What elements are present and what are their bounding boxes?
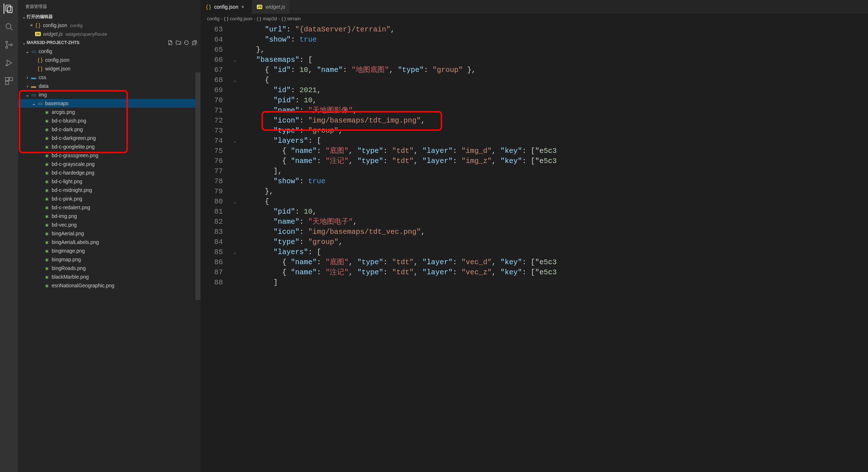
- tree-file[interactable]: { }widget.json: [18, 64, 200, 73]
- open-editor-name: widget.js: [43, 31, 62, 37]
- tree-folder[interactable]: ›▬data: [18, 82, 200, 90]
- tree-file[interactable]: ▣blackMarble.png: [18, 273, 200, 281]
- tree-file[interactable]: ▣bingAerial.png: [18, 229, 200, 238]
- svg-marker-7: [7, 60, 12, 65]
- explorer-icon[interactable]: [4, 4, 14, 14]
- tree-file[interactable]: ▣bd-c-grassgreen.png: [18, 151, 200, 160]
- tree-file[interactable]: ▣bd-c-hardedge.png: [18, 168, 200, 177]
- breadcrumb-item[interactable]: map3d: [263, 16, 277, 21]
- tree-label: bd-img.png: [52, 213, 77, 219]
- tree-file[interactable]: ▣bd-c-redalert.png: [18, 203, 200, 212]
- tree-label: bd-c-grayscale.png: [52, 161, 95, 167]
- breadcrumb-item[interactable]: config.json: [230, 16, 252, 21]
- tree-file[interactable]: ▣bd-c-midnight.png: [18, 186, 200, 194]
- code-area[interactable]: 6364656667686970717273747576777879808182…: [200, 23, 868, 472]
- svg-point-2: [6, 23, 11, 29]
- svg-point-8: [5, 64, 7, 66]
- breadcrumb-item[interactable]: config: [207, 16, 220, 21]
- file-icon: ▣: [43, 197, 50, 201]
- fold-icon: [231, 65, 239, 75]
- fold-icon: [231, 95, 239, 106]
- tree-file[interactable]: ▣arcgis.png: [18, 108, 200, 116]
- tree-folder[interactable]: ⌄▭img: [18, 90, 200, 99]
- file-icon: ▣: [43, 119, 50, 123]
- tree-label: css: [39, 74, 46, 80]
- editor-tab[interactable]: JSwidget.js: [252, 0, 290, 14]
- tree-folder[interactable]: ⌄▭basemaps: [18, 99, 200, 108]
- svg-point-5: [6, 47, 8, 48]
- tree-label: widget.json: [45, 66, 70, 72]
- line-numbers: 6364656667686970717273747576777879808182…: [200, 23, 231, 472]
- file-icon: { }: [206, 4, 211, 10]
- fold-icon[interactable]: ⌄: [231, 55, 239, 65]
- twisty-icon: ⌄: [25, 48, 30, 54]
- editor-area: { }config.json×JSwidget.js config›{ } co…: [200, 0, 868, 472]
- file-icon: ▣: [43, 223, 50, 227]
- new-file-icon[interactable]: [167, 39, 174, 46]
- fold-icon[interactable]: ⌄: [231, 197, 239, 207]
- editor-tab[interactable]: { }config.json×: [200, 0, 252, 14]
- scrollbar-thumb[interactable]: [195, 72, 200, 300]
- braces-icon: { }: [281, 16, 286, 21]
- open-editor-item[interactable]: ×{ }config.jsonconfig: [18, 21, 200, 30]
- fold-icon[interactable]: ⌄: [231, 247, 239, 257]
- close-icon[interactable]: ×: [241, 4, 246, 10]
- breadcrumb-item[interactable]: terrain: [288, 16, 301, 21]
- code-content[interactable]: "url": "{dataServer}/terrain", "show": t…: [239, 23, 868, 472]
- file-icon: ▣: [43, 162, 50, 166]
- svg-point-4: [6, 41, 8, 43]
- collapse-all-icon[interactable]: [191, 39, 198, 46]
- close-icon[interactable]: ×: [28, 22, 35, 28]
- tree-folder[interactable]: ›▬css: [18, 73, 200, 82]
- tree-file[interactable]: ▣bingmap.png: [18, 255, 200, 264]
- fold-icon[interactable]: ⌄: [231, 136, 239, 146]
- file-icon: ▣: [43, 214, 50, 218]
- fold-icon: [231, 267, 239, 278]
- breadcrumb[interactable]: config›{ } config.json›{ } map3d›{ } ter…: [200, 14, 868, 23]
- source-control-icon[interactable]: [4, 40, 14, 50]
- tree-file[interactable]: ▣bingimage.png: [18, 246, 200, 255]
- svg-rect-11: [5, 81, 9, 85]
- tree-file[interactable]: ▣bd-c-dark.png: [18, 125, 200, 134]
- file-tree[interactable]: ⌄▭config{ }config.json{ }widget.json›▬cs…: [18, 47, 200, 472]
- new-folder-icon[interactable]: [175, 39, 182, 46]
- svg-rect-9: [5, 77, 9, 81]
- tree-file[interactable]: ▣bd-c-googlelite.png: [18, 142, 200, 151]
- fold-column[interactable]: ⌄⌄⌄⌄⌄: [231, 23, 239, 472]
- tree-file[interactable]: ▣bd-c-darkgreen.png: [18, 134, 200, 142]
- fold-icon[interactable]: ⌄: [231, 75, 239, 85]
- chevron-down-icon: ⌄: [21, 14, 27, 20]
- refresh-icon[interactable]: [183, 39, 190, 46]
- tree-file[interactable]: ▣bd-c-light.png: [18, 177, 200, 186]
- search-icon[interactable]: [4, 22, 14, 32]
- tree-label: bingimage.png: [52, 248, 85, 254]
- fold-icon: [231, 257, 239, 267]
- tree-file[interactable]: ▣bingRoads.png: [18, 264, 200, 273]
- tree-file[interactable]: ▣bd-c-pink.png: [18, 194, 200, 203]
- tree-file[interactable]: ▣esriNationalGeographic.png: [18, 281, 200, 290]
- tree-folder[interactable]: ⌄▭config: [18, 47, 200, 56]
- chevron-down-icon: ⌄: [21, 40, 27, 46]
- tree-label: esriNationalGeographic.png: [52, 283, 115, 288]
- extensions-icon[interactable]: [4, 76, 14, 86]
- fold-icon: [231, 156, 239, 166]
- file-icon: ▣: [43, 136, 50, 140]
- fold-icon: [231, 25, 239, 35]
- twisty-icon: ›: [25, 74, 30, 80]
- tree-file[interactable]: ▣bd-c-bluish.png: [18, 116, 200, 125]
- open-editor-item[interactable]: JSwidget.jswidgets\queryRoute: [18, 30, 200, 38]
- tree-file[interactable]: ▣bd-vec.png: [18, 220, 200, 229]
- fold-icon: [231, 176, 239, 186]
- tab-label: widget.js: [265, 4, 285, 10]
- tree-file[interactable]: ▣bingAerialLabels.png: [18, 238, 200, 246]
- tabs-bar: { }config.json×JSwidget.js: [200, 0, 868, 14]
- tree-file[interactable]: { }config.json: [18, 56, 200, 64]
- tree-label: bd-c-redalert.png: [52, 205, 90, 210]
- run-debug-icon[interactable]: [4, 58, 14, 68]
- file-icon: ▬: [30, 83, 37, 89]
- project-header[interactable]: ⌄ MARS3D-PROJECT-ZHTS: [18, 38, 200, 47]
- tree-file[interactable]: ▣bd-c-grayscale.png: [18, 160, 200, 168]
- tree-file[interactable]: ▣bd-img.png: [18, 212, 200, 220]
- open-editors-header[interactable]: ⌄ 打开的编辑器: [18, 13, 200, 21]
- file-icon: ▣: [43, 171, 50, 175]
